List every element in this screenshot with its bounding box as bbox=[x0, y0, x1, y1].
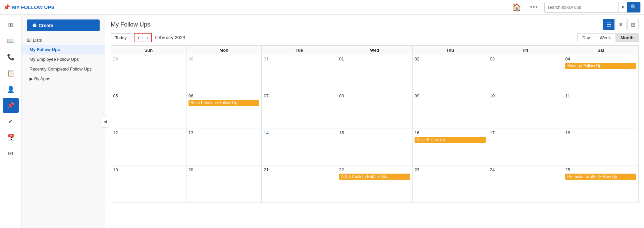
nav-item-by-apps[interactable]: ▶ By Apps bbox=[21, 74, 105, 84]
day-number: 03 bbox=[490, 56, 561, 61]
calendar-cell: 05 bbox=[111, 92, 186, 129]
list-view-button[interactable]: ≡ bbox=[615, 19, 627, 30]
app-logo: 📌 MY FOLLOW UPS bbox=[3, 4, 54, 10]
sidebar-icon-pin[interactable]: 📌 bbox=[3, 98, 19, 113]
main-layout: ⊞ 📖 📞 📋 👤 📌 ✔ 📅 ✉ ⊕ Create ⊞ Lists My Fo… bbox=[0, 15, 644, 228]
calendar-table: SunMonTueWedThuFriSat 29303101020304Sola… bbox=[111, 45, 639, 203]
day-header-thu: Thu bbox=[412, 46, 488, 55]
calendar-cell: 09 bbox=[412, 92, 488, 129]
calendar-cell: 10 bbox=[488, 92, 563, 129]
lists-section-header[interactable]: ⊞ Lists bbox=[21, 35, 105, 45]
nav-sidebar: ⊕ Create ⊞ Lists My Follow Ups My Employ… bbox=[21, 15, 105, 228]
calendar-cell: 06Rose Penelope-Follow Up bbox=[186, 92, 262, 129]
prev-month-button[interactable]: ‹ bbox=[135, 34, 143, 42]
nav-item-recently-completed[interactable]: Recently Completed Follow Ups bbox=[21, 64, 105, 74]
nav-item-my-follow-ups[interactable]: My Follow Ups bbox=[21, 45, 105, 54]
day-week-month-selector: Day Week Month bbox=[577, 33, 639, 42]
grid-icon: ⊞ bbox=[27, 37, 31, 43]
calendar-cell: 16Oliva-Follow Up bbox=[412, 129, 488, 166]
recently-completed-label: Recently Completed Follow Ups bbox=[30, 66, 92, 72]
search-container: ▼ 🔍 bbox=[544, 2, 641, 13]
calendar-cell: 14 bbox=[262, 129, 337, 166]
sidebar-icon-person[interactable]: 👤 bbox=[3, 82, 19, 97]
view-icons: ☰ ≡ ⊞ bbox=[603, 19, 639, 30]
day-header-tue: Tue bbox=[262, 46, 337, 55]
day-number: 10 bbox=[490, 93, 561, 98]
day-number: 14 bbox=[264, 130, 335, 135]
calendar-view-button[interactable]: ☰ bbox=[603, 19, 614, 30]
calendar-cell: 25Promotional offer-Follow Up bbox=[563, 166, 639, 203]
day-number: 04 bbox=[565, 56, 636, 61]
sidebar-icon-grid[interactable]: ⊞ bbox=[3, 17, 19, 32]
calendar-body: 29303101020304Solange-Follow Up0506Rose … bbox=[111, 55, 639, 203]
nav-arrows: ‹ › bbox=[134, 33, 152, 42]
plus-icon: ⊕ bbox=[32, 22, 37, 29]
calendar-cell: 17 bbox=[488, 129, 563, 166]
event-badge[interactable]: Oliva-Follow Up bbox=[415, 137, 486, 143]
calendar-cell: 15 bbox=[337, 129, 413, 166]
day-number: 16 bbox=[415, 130, 486, 135]
sidebar-icon-mail[interactable]: ✉ bbox=[3, 146, 19, 161]
month-label: February 2023 bbox=[155, 35, 575, 40]
grid-view-button[interactable]: ⊞ bbox=[627, 19, 639, 30]
calendar-cell: 04Solange-Follow Up bbox=[563, 55, 639, 92]
home-button[interactable]: 🏠 bbox=[509, 3, 524, 12]
my-follow-ups-label: My Follow Ups bbox=[30, 47, 60, 52]
create-button[interactable]: ⊕ Create bbox=[27, 19, 100, 31]
calendar-cell: 02 bbox=[412, 55, 488, 92]
calendar-cell: 03 bbox=[488, 55, 563, 92]
event-badge[interactable]: Promotional offer-Follow Up bbox=[565, 174, 636, 180]
search-input[interactable] bbox=[545, 5, 619, 10]
calendar-days-header: SunMonTueWedThuFriSat bbox=[111, 46, 639, 55]
sidebar-icon-clipboard[interactable]: 📋 bbox=[3, 66, 19, 81]
calendar-header: My Follow Ups ☰ ≡ ⊞ bbox=[105, 15, 644, 33]
day-header-fri: Fri bbox=[488, 46, 563, 55]
day-number: 18 bbox=[565, 130, 636, 135]
nav-item-employee-follow-ups[interactable]: My Employee Follow Ups bbox=[21, 54, 105, 64]
calendar-grid: SunMonTueWedThuFriSat 29303101020304Sola… bbox=[111, 45, 639, 228]
calendar-cell: 18 bbox=[563, 129, 639, 166]
calendar-cell: 12 bbox=[111, 129, 186, 166]
event-badge[interactable]: A & A Custom Rubber Sta... bbox=[339, 174, 410, 180]
day-header-sat: Sat bbox=[563, 46, 639, 55]
day-number: 11 bbox=[565, 93, 636, 98]
calendar-cell: 30 bbox=[186, 55, 262, 92]
event-badge[interactable]: Solange-Follow Up bbox=[565, 63, 636, 69]
search-dropdown-button[interactable]: ▼ bbox=[619, 2, 627, 12]
employee-follow-ups-label: My Employee Follow Ups bbox=[30, 57, 79, 62]
calendar-cell: 22A & A Custom Rubber Sta... bbox=[337, 166, 413, 203]
today-button[interactable]: Today bbox=[111, 33, 131, 42]
day-number: 20 bbox=[189, 167, 260, 172]
sidebar-icon-calendar[interactable]: 📅 bbox=[3, 130, 19, 145]
chevron-right-icon: ▶ bbox=[30, 76, 33, 81]
search-submit-button[interactable]: 🔍 bbox=[627, 2, 640, 13]
sidebar-collapse-handle[interactable]: ◀ bbox=[102, 116, 108, 128]
topbar: 📌 MY FOLLOW UPS 🏠 ••• ▼ 🔍 bbox=[0, 0, 644, 15]
calendar-cell: 08 bbox=[337, 92, 413, 129]
by-apps-label: By Apps bbox=[34, 76, 50, 81]
day-view-button[interactable]: Day bbox=[578, 34, 595, 42]
event-badge[interactable]: Rose Penelope-Follow Up bbox=[189, 100, 260, 106]
create-label: Create bbox=[39, 23, 53, 28]
month-view-button[interactable]: Month bbox=[616, 34, 638, 42]
pin-icon: 📌 bbox=[3, 4, 10, 10]
day-number: 29 bbox=[113, 56, 184, 61]
day-number: 07 bbox=[264, 93, 335, 98]
calendar-cell: 07 bbox=[262, 92, 337, 129]
day-header-mon: Mon bbox=[186, 46, 262, 55]
sidebar-icon-book[interactable]: 📖 bbox=[3, 34, 19, 48]
day-number: 02 bbox=[415, 56, 486, 61]
calendar-cell: 31 bbox=[262, 55, 337, 92]
day-number: 12 bbox=[113, 130, 184, 135]
calendar-week-row: 19202122A & A Custom Rubber Sta...232425… bbox=[111, 166, 639, 203]
week-view-button[interactable]: Week bbox=[595, 34, 616, 42]
more-options-button[interactable]: ••• bbox=[527, 4, 541, 11]
day-number: 15 bbox=[339, 130, 410, 135]
sidebar-icon-phone[interactable]: 📞 bbox=[3, 50, 19, 64]
day-number: 06 bbox=[189, 93, 260, 98]
day-number: 22 bbox=[339, 167, 410, 172]
next-month-button[interactable]: › bbox=[143, 34, 151, 42]
sidebar-icon-check[interactable]: ✔ bbox=[3, 114, 19, 129]
day-number: 09 bbox=[415, 93, 486, 98]
day-number: 13 bbox=[189, 130, 260, 135]
